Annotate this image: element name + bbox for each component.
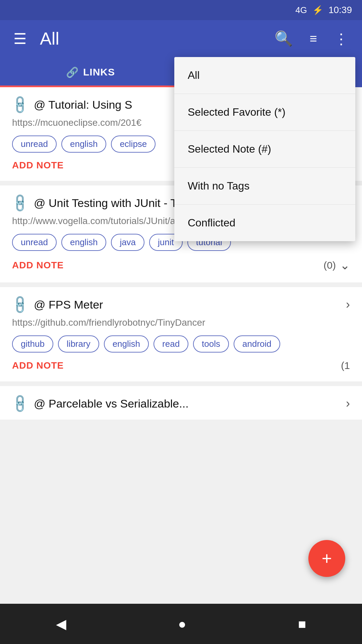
chevron-right-icon[interactable]: › [346, 298, 350, 312]
card-title: @ Parcelable vs Serializable... [34, 397, 340, 410]
tag[interactable]: java [111, 234, 144, 251]
link-icon: 🔗 [9, 294, 31, 315]
fab-add-button[interactable]: + [308, 540, 345, 577]
tag[interactable]: unread [12, 136, 57, 153]
battery-icon: ⚡ [312, 5, 323, 15]
filter-dropdown: All Selected Favorite (*) Selected Note … [174, 57, 355, 241]
tag[interactable]: library [58, 335, 99, 353]
clock: 10:39 [328, 5, 352, 15]
dropdown-item-selected-favorite[interactable]: Selected Favorite (*) [174, 94, 355, 131]
tag[interactable]: english [104, 335, 149, 353]
add-note-button[interactable]: ADD NOTE [12, 260, 64, 271]
card-title: @ FPS Meter [34, 298, 340, 311]
back-button[interactable]: ◀ [43, 611, 80, 637]
chevron-right-icon[interactable]: › [346, 396, 350, 411]
tag[interactable]: english [61, 136, 106, 153]
tag[interactable]: android [234, 335, 280, 353]
link-icon: 🔗 [9, 393, 31, 414]
note-count: (1 [341, 360, 350, 371]
links-tab-label: LINKS [83, 66, 115, 78]
card-url: https://github.com/friendlyrobotnyc/Tiny… [12, 317, 350, 328]
link-icon: 🔗 [9, 192, 31, 214]
bottom-navigation: ◀ ● ■ [0, 604, 362, 644]
page-title: All [40, 29, 261, 49]
links-tab-icon: 🔗 [66, 66, 78, 78]
tags-row: github library english read tools androi… [12, 335, 350, 353]
tag[interactable]: unread [12, 234, 57, 251]
list-item: 🔗 @ Parcelable vs Serializable... › [0, 386, 362, 420]
more-options-icon[interactable]: ⋮ [330, 27, 352, 51]
tab-links[interactable]: 🔗 LINKS [0, 57, 181, 87]
status-bar: 4G ⚡ 10:39 [0, 0, 362, 20]
filter-icon[interactable]: ≡ [306, 28, 320, 49]
dropdown-item-conflicted[interactable]: Conflicted [174, 205, 355, 241]
tag[interactable]: github [12, 335, 53, 353]
search-icon[interactable]: 🔍 [271, 26, 296, 51]
menu-icon[interactable]: ☰ [10, 27, 30, 51]
note-count: (0) ⌄ [323, 258, 350, 272]
chevron-down-icon[interactable]: ⌄ [340, 258, 350, 272]
home-button[interactable]: ● [165, 611, 199, 637]
tag[interactable]: eclipse [111, 136, 156, 153]
dropdown-item-all[interactable]: All [174, 57, 355, 94]
dropdown-item-selected-note[interactable]: Selected Note (#) [174, 131, 355, 168]
app-bar: ☰ All 🔍 ≡ ⋮ [0, 20, 362, 57]
dropdown-item-no-tags[interactable]: With no Tags [174, 168, 355, 205]
tag[interactable]: read [154, 335, 188, 353]
add-icon: + [322, 550, 332, 567]
recents-button[interactable]: ■ [285, 611, 319, 637]
add-note-button[interactable]: ADD NOTE [12, 360, 64, 371]
tag[interactable]: english [61, 234, 106, 251]
tag[interactable]: tools [193, 335, 229, 353]
add-note-button[interactable]: ADD NOTE [12, 160, 64, 171]
signal-icon: 4G [295, 5, 307, 15]
list-item: 🔗 @ FPS Meter › https://github.com/frien… [0, 287, 362, 381]
link-icon: 🔗 [9, 94, 31, 115]
